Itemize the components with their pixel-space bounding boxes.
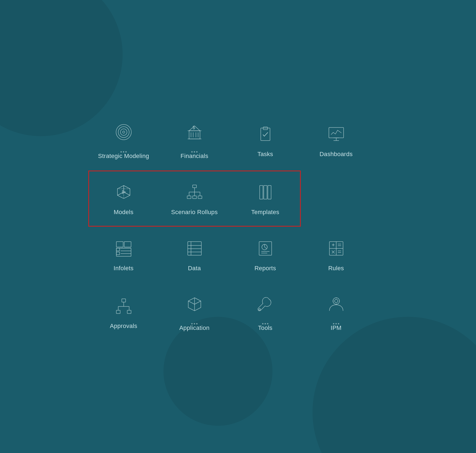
svg-point-83 (335, 299, 338, 303)
nav-label-strategic-modeling: Strategic Modeling (98, 153, 149, 160)
books-icon (254, 181, 276, 203)
nav-item-ipm[interactable]: IPM (301, 283, 372, 342)
svg-rect-39 (116, 242, 123, 247)
svg-rect-29 (193, 196, 196, 199)
nav-label-templates: Templates (251, 209, 279, 216)
nav-item-data[interactable]: Data (159, 227, 230, 283)
monitor-chart-icon (325, 123, 347, 145)
dots-indicator (262, 323, 268, 324)
svg-rect-36 (260, 186, 263, 199)
dots-indicator (120, 151, 127, 153)
nav-item-dashboards[interactable]: Dashboards (301, 111, 372, 171)
calculator-grid-icon (325, 238, 347, 259)
svg-rect-15 (263, 127, 268, 130)
svg-rect-46 (116, 248, 131, 256)
svg-rect-69 (122, 299, 126, 302)
nav-item-infolets[interactable]: Infolets (88, 227, 159, 283)
report-chart-icon (254, 238, 276, 259)
cube-3d-icon (113, 181, 135, 203)
nav-item-rules[interactable]: Rules (301, 227, 372, 283)
nav-label-application: Application (179, 324, 210, 332)
svg-point-1 (118, 127, 129, 138)
nav-label-scenario-rollups: Scenario Rollups (171, 209, 218, 216)
svg-rect-30 (198, 196, 202, 199)
org-chart-icon (184, 181, 205, 203)
target-icon (113, 122, 135, 144)
nav-label-financials: Financials (180, 153, 208, 160)
svg-rect-70 (116, 310, 120, 314)
svg-text:$: $ (193, 125, 195, 130)
svg-rect-37 (264, 186, 267, 199)
highlighted-row: Models Scenario Roll (88, 171, 372, 227)
nav-item-approvals[interactable]: Approvals (88, 283, 159, 342)
svg-marker-26 (122, 190, 126, 194)
svg-rect-47 (188, 242, 201, 255)
nav-item-models[interactable]: Models (88, 171, 159, 227)
nav-item-empty-row2 (301, 171, 372, 227)
package-3d-icon (184, 294, 205, 315)
dots-indicator (191, 151, 198, 153)
nav-item-scenario-rollups[interactable]: Scenario Rollups (159, 171, 230, 227)
wrench-icon (254, 294, 276, 315)
svg-line-79 (195, 301, 201, 304)
person-settings-icon (325, 294, 347, 315)
nav-item-templates[interactable]: Templates (230, 171, 301, 227)
approvals-tree-icon (113, 295, 135, 317)
svg-point-3 (123, 131, 125, 133)
nav-item-application[interactable]: Application (159, 283, 230, 342)
svg-rect-28 (187, 196, 191, 199)
svg-rect-41 (116, 248, 120, 251)
bank-icon: $ (184, 122, 205, 144)
svg-rect-38 (268, 186, 271, 199)
nav-label-tasks: Tasks (257, 151, 273, 158)
dots-indicator (333, 323, 339, 324)
nav-label-infolets: Infolets (114, 265, 134, 272)
nav-item-financials[interactable]: $ Financials (159, 111, 230, 171)
nav-label-rules: Rules (328, 265, 344, 272)
svg-rect-40 (124, 242, 131, 247)
nav-label-approvals: Approvals (110, 323, 137, 330)
dots-indicator (191, 323, 198, 324)
main-container: Strategic Modeling $ (0, 0, 476, 453)
svg-point-81 (259, 309, 260, 310)
nav-label-models: Models (114, 209, 134, 216)
clipboard-check-icon (254, 123, 276, 145)
infolets-icon (113, 238, 135, 259)
nav-label-dashboards: Dashboards (320, 151, 353, 158)
svg-point-82 (333, 298, 339, 304)
svg-line-78 (188, 301, 195, 304)
svg-line-6 (195, 126, 200, 131)
nav-label-tools: Tools (258, 324, 272, 332)
nav-item-tasks[interactable]: Tasks (230, 111, 301, 171)
nav-label-reports: Reports (254, 265, 276, 272)
nav-item-reports[interactable]: Reports (230, 227, 301, 283)
svg-rect-27 (193, 185, 196, 188)
svg-rect-4 (189, 131, 200, 139)
svg-rect-14 (261, 128, 270, 141)
data-list-icon (184, 238, 205, 259)
svg-point-2 (120, 129, 127, 135)
nav-label-data: Data (188, 265, 201, 272)
svg-line-55 (265, 247, 267, 249)
nav-grid: Strategic Modeling $ (88, 111, 388, 342)
nav-item-tools[interactable]: Tools (230, 283, 301, 342)
svg-rect-71 (127, 310, 131, 314)
nav-item-strategic-modeling[interactable]: Strategic Modeling (88, 111, 159, 171)
nav-label-ipm: IPM (331, 324, 341, 332)
svg-rect-42 (116, 252, 120, 255)
